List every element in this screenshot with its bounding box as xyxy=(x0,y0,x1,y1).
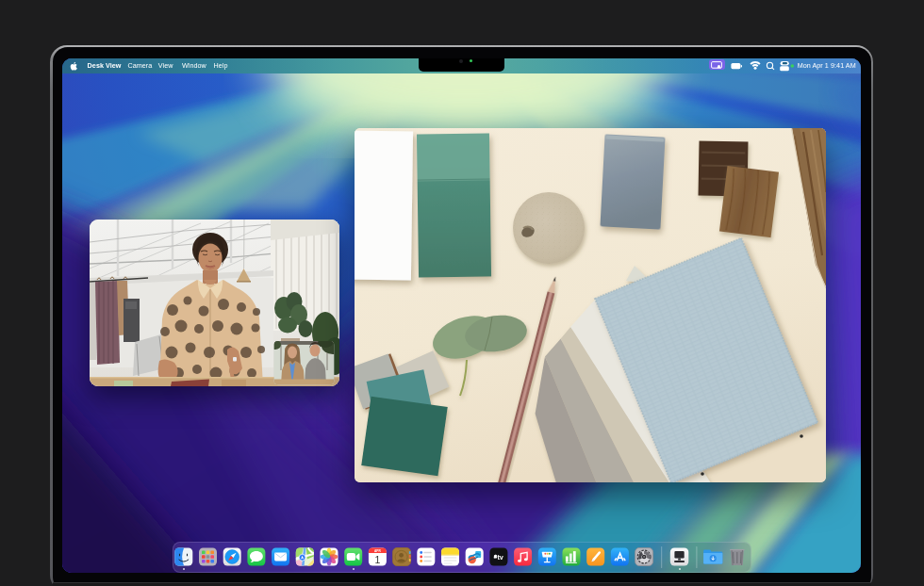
svg-text:1: 1 xyxy=(374,553,380,564)
svg-text:tv: tv xyxy=(497,553,503,562)
svg-text:APR: APR xyxy=(374,548,381,552)
